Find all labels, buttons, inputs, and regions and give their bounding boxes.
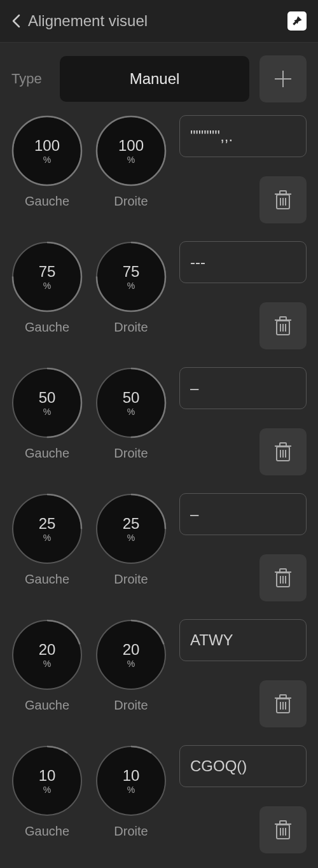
row-right-column: ATWY [179,619,307,727]
alignment-row: 25 % Gauche 25 % Droite [11,493,307,601]
delete-button[interactable] [259,302,307,349]
delete-button[interactable] [259,428,307,475]
knob-text: 25 % [95,493,167,564]
percentage-knob[interactable]: 20 % [11,619,83,690]
knob-unit: % [43,785,51,795]
knob-group: 100 % Gauche [11,115,83,209]
characters-input[interactable]: --- [179,241,307,283]
knob-label: Droite [114,572,148,587]
percentage-knob[interactable]: 75 % [11,241,83,312]
delete-button[interactable] [259,176,307,223]
plus-icon [272,68,294,90]
alignment-rows: 100 % Gauche 100 % Droite [0,115,318,853]
percentage-knob[interactable]: 50 % [95,367,167,438]
knob-group: 25 % Gauche [11,493,83,587]
knob-value: 20 [39,641,56,659]
knob-value: 100 [118,137,144,155]
knob-unit: % [127,407,135,417]
pin-icon [291,15,303,27]
characters-input[interactable]: """""',,. [179,115,307,157]
knob-label: Gauche [25,194,69,209]
knob-value: 75 [39,263,56,281]
knob-label: Gauche [25,824,69,839]
knob-label: Gauche [25,572,69,587]
knob-value: 20 [123,641,140,659]
type-selector[interactable]: Manuel [60,56,249,102]
knob-text: 75 % [95,241,167,312]
knob-text: 100 % [95,115,167,186]
alignment-row: 20 % Gauche 20 % Droite [11,619,307,727]
type-row: Type Manuel [0,43,318,115]
delete-button[interactable] [259,554,307,601]
percentage-knob[interactable]: 25 % [11,493,83,564]
percentage-knob[interactable]: 100 % [11,115,83,186]
percentage-knob[interactable]: 75 % [95,241,167,312]
knob-group: 20 % Gauche [11,619,83,713]
knob-text: 20 % [95,619,167,690]
knob-unit: % [43,155,51,165]
percentage-knob[interactable]: 25 % [95,493,167,564]
knob-unit: % [43,533,51,543]
row-right-column: --- [179,241,307,349]
knob-text: 75 % [11,241,83,312]
knob-value: 50 [123,389,140,407]
alignment-row: 10 % Gauche 10 % Droite [11,745,307,853]
delete-button[interactable] [259,680,307,727]
knob-unit: % [127,785,135,795]
knob-unit: % [127,281,135,291]
percentage-knob[interactable]: 50 % [11,367,83,438]
knob-value: 10 [123,767,140,785]
knob-text: 50 % [95,367,167,438]
back-button[interactable] [11,14,20,28]
knob-group: 20 % Droite [95,619,167,713]
knob-group: 75 % Gauche [11,241,83,335]
percentage-knob[interactable]: 10 % [11,745,83,816]
knob-group: 10 % Droite [95,745,167,839]
percentage-knob[interactable]: 100 % [95,115,167,186]
percentage-knob[interactable]: 20 % [95,619,167,690]
pin-button[interactable] [287,11,307,31]
knob-group: 50 % Gauche [11,367,83,461]
trash-icon [273,188,293,211]
characters-input[interactable]: – [179,367,307,409]
knob-value: 100 [34,137,60,155]
knob-value: 50 [39,389,56,407]
delete-button[interactable] [259,806,307,853]
knob-value: 25 [123,515,140,533]
alignment-row: 50 % Gauche 50 % Droite [11,367,307,475]
percentage-knob[interactable]: 10 % [95,745,167,816]
knob-label: Droite [114,824,148,839]
characters-input[interactable]: ATWY [179,619,307,661]
trash-icon [273,314,293,337]
knob-label: Droite [114,320,148,335]
knob-unit: % [127,533,135,543]
trash-icon [273,566,293,589]
knob-text: 20 % [11,619,83,690]
trash-icon [273,818,293,841]
row-right-column: CGOQ() [179,745,307,853]
panel-header: Alignement visuel [0,0,318,43]
add-button[interactable] [259,55,307,102]
trash-icon [273,440,293,463]
knob-text: 10 % [11,745,83,816]
characters-input[interactable]: CGOQ() [179,745,307,787]
knob-label: Gauche [25,320,69,335]
knob-unit: % [43,281,51,291]
header-left: Alignement visuel [11,12,148,30]
row-right-column: – [179,367,307,475]
knob-unit: % [127,155,135,165]
knob-text: 10 % [95,745,167,816]
trash-icon [273,692,293,715]
row-right-column: """""',,. [179,115,307,223]
knob-unit: % [127,659,135,669]
knob-label: Gauche [25,698,69,713]
alignment-row: 100 % Gauche 100 % Droite [11,115,307,223]
knob-text: 25 % [11,493,83,564]
knob-group: 25 % Droite [95,493,167,587]
characters-input[interactable]: – [179,493,307,535]
knob-group: 75 % Droite [95,241,167,335]
knob-value: 75 [123,263,140,281]
knob-text: 100 % [11,115,83,186]
row-right-column: – [179,493,307,601]
knob-group: 50 % Droite [95,367,167,461]
